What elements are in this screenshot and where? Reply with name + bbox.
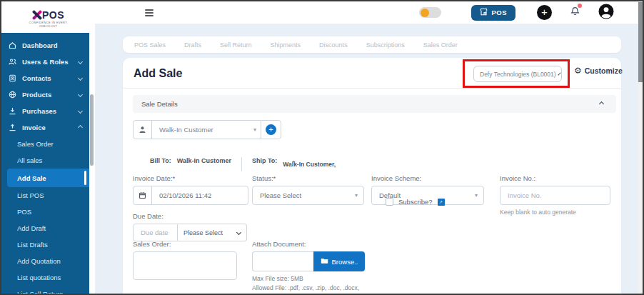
chevron-up-icon xyxy=(78,125,83,130)
sidebar-item-dashboard[interactable]: Dashboard xyxy=(1,37,89,54)
sidebar: POS CONFIDENCE IN EVERY CHECKOUT Dashboa… xyxy=(1,1,95,294)
tab-pos-sales[interactable]: POS Sales xyxy=(134,41,166,49)
invoice-date-field: Invoice Date:* 02/10/2026 11:42 xyxy=(133,174,248,205)
subscribe-info-icon[interactable]: ↗ xyxy=(438,199,445,206)
hamburger-menu-icon[interactable] xyxy=(145,8,154,18)
add-new-button[interactable]: + xyxy=(537,5,552,20)
customize-button[interactable]: ⚙ Customize xyxy=(574,66,623,75)
add-sale-card: Add Sale Defy Technologies (BL0001) ⚙ Cu… xyxy=(123,58,621,295)
status-label: Status:* xyxy=(252,174,364,182)
sidebar-item-purchases[interactable]: Purchases xyxy=(1,103,89,119)
sales-order-label: Sales Order: xyxy=(133,240,237,248)
page-title: Add Sale xyxy=(134,67,182,80)
due-date-input[interactable] xyxy=(134,224,177,241)
customer-select[interactable]: Walk-In Customer ▾ xyxy=(152,121,261,139)
file-input[interactable] xyxy=(252,251,313,271)
logo-tagline: CONFIDENCE IN EVERY CHECKOUT xyxy=(24,21,74,28)
card-header: Add Sale Defy Technologies (BL0001) ⚙ Cu… xyxy=(123,58,621,89)
tab-subscriptions[interactable]: Subscriptions xyxy=(366,41,405,49)
xpos-logo: POS CONFIDENCE IN EVERY CHECKOUT xyxy=(1,1,95,33)
sidebar-item-contacts[interactable]: Contacts xyxy=(1,70,89,86)
invoice-no-input[interactable] xyxy=(500,186,610,204)
due-date-label: Due Date: xyxy=(133,212,247,220)
logo-text: POS xyxy=(42,9,64,21)
tab-drafts[interactable]: Drafts xyxy=(184,41,201,49)
ship-to-label: Ship To: xyxy=(252,157,277,164)
home-icon xyxy=(9,41,17,50)
bill-to-label: Bill To: xyxy=(150,157,171,164)
sidebar-subitem-add-sale[interactable]: Add Sale xyxy=(7,169,89,187)
sidebar-item-invoice[interactable]: Invoice xyxy=(1,119,89,136)
chevron-down-icon xyxy=(558,72,560,75)
subscribe-checkbox[interactable] xyxy=(386,198,393,206)
browse-button[interactable]: Browse.. xyxy=(313,251,365,271)
notifications-button[interactable] xyxy=(570,6,580,19)
business-location-select[interactable]: Defy Technologies (BL0001) xyxy=(473,66,562,82)
chevron-down-icon xyxy=(236,230,241,235)
tab-sales-order[interactable]: Sales Order xyxy=(423,41,458,49)
theme-toggle[interactable] xyxy=(419,7,441,18)
invoice-no-field: Invoice No.: Keep blank to auto generate xyxy=(500,174,610,216)
caret-down-icon: ▾ xyxy=(253,126,256,133)
invoice-date-input[interactable]: 02/10/2026 11:42 xyxy=(133,186,248,205)
attach-document-field: Attach Document: Browse.. Max File size:… xyxy=(252,240,365,295)
sidebar-subitem-list-pos[interactable]: List POS xyxy=(1,187,89,204)
top-header: POS + xyxy=(95,1,643,24)
max-file-size-text: Max File size: 5MB xyxy=(252,275,365,282)
plus-icon: + xyxy=(266,124,276,135)
folder-icon xyxy=(321,258,328,266)
products-icon xyxy=(9,91,17,99)
sidebar-subitem-add-quotation[interactable]: Add Quotation xyxy=(1,253,89,269)
tab-sell-return[interactable]: Sell Return xyxy=(220,41,252,49)
sales-order-input[interactable] xyxy=(133,251,237,280)
logo-x-icon xyxy=(32,10,41,20)
customer-select-group: Walk-In Customer ▾ + xyxy=(133,120,281,139)
caret-down-icon: ▾ xyxy=(355,192,358,199)
sidebar-subitem-list-sell-return[interactable]: List Sell Return xyxy=(1,286,89,294)
gear-icon: ⚙ xyxy=(574,66,582,75)
sidebar-subitem-add-draft[interactable]: Add Draft xyxy=(1,220,89,236)
sale-details-form: Sale Details Walk-In Customer ▾ + xyxy=(123,89,621,295)
upload-icon xyxy=(9,124,17,132)
sidebar-subitem-sales-order[interactable]: Sales Order xyxy=(1,136,89,152)
bell-icon xyxy=(570,6,580,19)
sidebar-subitem-pos[interactable]: POS xyxy=(1,204,89,220)
chevron-down-icon xyxy=(78,109,83,114)
chevron-down-icon xyxy=(78,92,83,97)
bill-to-value: Walk-In Customer xyxy=(177,157,231,164)
toggle-knob xyxy=(421,9,429,17)
users-icon xyxy=(9,58,17,66)
page-content: POS Sales Drafts Sell Return Shipments D… xyxy=(95,24,643,294)
sidebar-subitem-all-sales[interactable]: All sales xyxy=(1,152,89,169)
sidebar-scrollbar[interactable] xyxy=(90,94,94,166)
sidebar-item-users-roles[interactable]: Users & Roles xyxy=(1,54,89,70)
user-avatar[interactable] xyxy=(598,4,614,22)
chevron-down-icon xyxy=(78,59,83,64)
bill-ship-row: Bill To: Walk-In Customer Ship To: , Wal… xyxy=(150,157,336,171)
scrollbar-thumb[interactable] xyxy=(638,2,643,82)
add-customer-button[interactable]: + xyxy=(261,121,281,139)
subscribe-label: Subscribe? xyxy=(398,198,433,206)
tabs-bar: POS Sales Drafts Sell Return Shipments D… xyxy=(123,36,621,53)
caret-down-icon: ▾ xyxy=(475,192,478,199)
page-scrollbar[interactable] xyxy=(638,1,643,294)
sidebar-subitem-list-quotations[interactable]: List quotations xyxy=(1,269,89,286)
due-date-field: Due Date: Please Select xyxy=(133,212,247,241)
contacts-icon xyxy=(9,74,17,83)
status-field: Status:* Please Select ▾ xyxy=(252,174,364,205)
pos-button[interactable]: POS xyxy=(471,5,515,21)
due-date-select[interactable]: Please Select xyxy=(178,224,247,241)
tab-discounts[interactable]: Discounts xyxy=(319,41,348,49)
status-select[interactable]: Please Select ▾ xyxy=(252,186,364,205)
sidebar-subitem-list-drafts[interactable]: List Drafts xyxy=(1,236,89,253)
collapse-chevron-icon xyxy=(599,101,604,106)
sidebar-item-products[interactable]: Products xyxy=(1,86,89,103)
customer-person-icon xyxy=(134,121,152,139)
tab-shipments[interactable]: Shipments xyxy=(271,41,301,49)
sale-details-panel-header[interactable]: Sale Details xyxy=(133,95,616,113)
sales-order-field: Sales Order: xyxy=(133,240,237,283)
app-window: POS CONFIDENCE IN EVERY CHECKOUT Dashboa… xyxy=(0,0,644,295)
attach-document-label: Attach Document: xyxy=(252,240,365,248)
invoice-date-label: Invoice Date:* xyxy=(133,174,248,182)
allowed-files-text-1: Allowed File: .pdf, .csv, .zip, .doc, .d… xyxy=(252,284,365,291)
